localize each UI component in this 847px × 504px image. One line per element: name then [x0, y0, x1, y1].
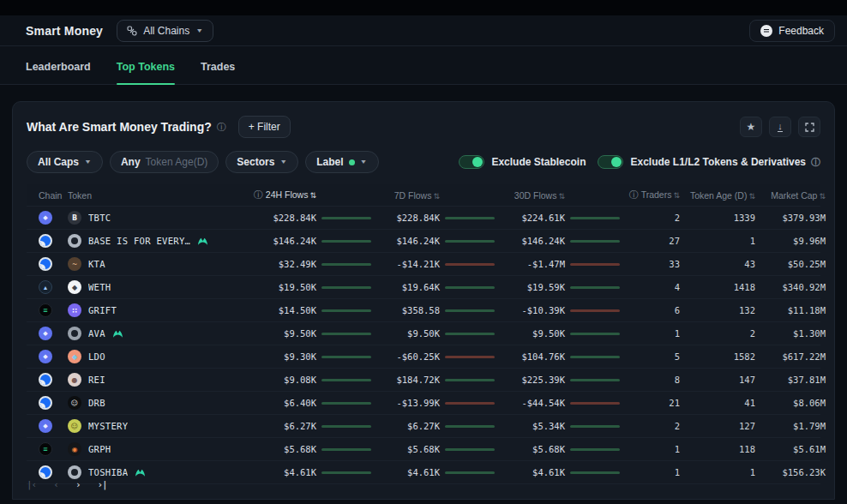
last-page-button[interactable]: ›|	[98, 479, 107, 490]
table-row[interactable]: BASE IS FOR EVERY… $146.24K $146.24K $14…	[27, 230, 820, 253]
flows-24h-bar	[321, 309, 371, 312]
feedback-button[interactable]: Feedback	[749, 20, 835, 42]
flows-30d-cell: $19.59K	[495, 282, 620, 292]
info-icon[interactable]: ⓘ	[217, 121, 226, 134]
table-row[interactable]: ◆ LDO $9.30K -$60.25K $104.76K 5 1582 $6…	[27, 345, 820, 369]
col-token[interactable]: Token	[68, 190, 251, 201]
flows-30d-value: $104.76K	[521, 351, 565, 362]
flows-7d-value: -$13.99K	[396, 398, 440, 408]
col-chain[interactable]: Chain	[27, 190, 68, 201]
col-7d-flows[interactable]: 7D Flows⇅	[371, 190, 495, 201]
token-name: TBTC	[88, 213, 111, 223]
flows-7d-bar	[445, 240, 495, 243]
table-row[interactable]: TOSHIBA $4.61K $4.61K $4.61K 1 1 $156.23…	[27, 461, 820, 484]
token-age-value: 147	[680, 375, 755, 385]
flows-30d-bar	[570, 309, 620, 312]
token-icon: ☺	[68, 419, 81, 433]
whale-tail-icon	[112, 329, 123, 339]
flows-24h-cell: $5.68K	[251, 444, 371, 454]
flows-7d-bar	[445, 379, 495, 381]
traders-value: 1	[620, 467, 680, 477]
pagination: |‹ ‹ › ›|	[27, 470, 107, 499]
table-row[interactable]: AVA $9.50K $9.50K $9.50K 1 2 $1.30M	[27, 322, 820, 345]
add-filter-button[interactable]: + Filter	[238, 116, 291, 138]
sort-icon: ⇅	[748, 192, 755, 201]
chevron-down-icon: ▼	[360, 159, 368, 165]
token-name: WETH	[88, 282, 111, 292]
flows-30d-cell: $146.24K	[495, 236, 620, 246]
flows-7d-cell: $5.68K	[371, 444, 495, 454]
market-cap-value: $50.25M	[755, 259, 826, 269]
flows-24h-value: $9.50K	[284, 328, 316, 339]
table-row[interactable]: ◆ WETH $19.50K $19.64K $19.59K 4 1418 $3…	[27, 276, 820, 299]
flows-30d-value: -$10.39K	[521, 305, 565, 315]
solana-chain-icon	[39, 303, 52, 317]
chevron-down-icon: ▼	[279, 159, 287, 165]
token-age-filter[interactable]: Any Token Age(D)	[110, 151, 219, 173]
prev-page-button[interactable]: ‹	[53, 479, 58, 490]
label-filter[interactable]: Label ▼	[305, 151, 378, 173]
tab-trades[interactable]: Trades	[201, 61, 235, 84]
token-age-value: 1582	[680, 351, 755, 362]
flows-7d-value: $146.24K	[396, 236, 440, 246]
table-row[interactable]: ● REI $9.08K $184.72K $225.39K 8 147 $37…	[27, 369, 820, 392]
table-row[interactable]: ☺ MYSTERY $6.27K $6.27K $5.34K 2 127 $1.…	[27, 415, 820, 438]
fullscreen-button[interactable]	[798, 117, 820, 137]
col-traders[interactable]: ⓘTraders⇅	[620, 189, 680, 201]
table-row[interactable]: ∷ GRIFT $14.50K $358.58 -$10.39K 6 132 $…	[27, 299, 820, 322]
exclude-stablecoin-toggle[interactable]	[459, 155, 484, 169]
token-age-value: 41	[680, 398, 755, 408]
table-row[interactable]: ~ KTA $32.49K -$14.21K -$1.47M 33 43 $50…	[27, 253, 820, 276]
flows-7d-cell: -$13.99K	[371, 398, 495, 408]
flows-7d-cell: $4.61K	[371, 467, 495, 477]
table-row[interactable]: ☺ DRB $6.40K -$13.99K -$44.54K 21 41 $8.…	[27, 392, 820, 415]
flows-30d-value: $225.39K	[521, 375, 565, 385]
flows-24h-cell: $9.50K	[251, 328, 371, 339]
flows-7d-value: $228.84K	[396, 213, 440, 223]
token-age-value: 1	[680, 467, 755, 477]
tab-top-tokens[interactable]: Top Tokens	[117, 61, 175, 84]
whale-tail-icon	[135, 468, 146, 477]
flows-24h-bar	[321, 263, 371, 266]
flows-7d-value: $184.72K	[396, 375, 440, 385]
sectors-filter[interactable]: Sectors ▼	[225, 151, 298, 173]
whale-tail-icon	[197, 237, 208, 246]
flows-7d-bar	[445, 356, 495, 358]
tokens-table: Chain Token ⓘ24H Flows⇅ 7D Flows⇅ 30D Fl…	[27, 184, 820, 484]
table-row[interactable]: ◉ GRPH $5.68K $5.68K $5.68K 1 118 $5.61M	[27, 438, 820, 461]
tab-leaderboard[interactable]: Leaderboard	[26, 61, 91, 84]
market-cap-filter[interactable]: All Caps ▼	[27, 151, 103, 173]
col-30d-flows[interactable]: 30D Flows⇅	[495, 190, 620, 201]
table-row[interactable]: B TBTC $228.84K $228.84K $224.61K 2 1339…	[27, 207, 820, 230]
market-cap-value: $9.96M	[755, 236, 826, 246]
token-icon	[68, 327, 81, 340]
col-token-age[interactable]: Token Age (D)⇅	[680, 190, 755, 201]
token-name: DRB	[88, 398, 105, 408]
chain-selector[interactable]: All Chains ▼	[117, 20, 213, 42]
token-icon: ◉	[68, 442, 81, 456]
sort-icon: ⇅	[673, 191, 680, 200]
flows-24h-bar	[321, 286, 371, 289]
ethereum-chain-icon	[39, 350, 52, 363]
col-24h-flows[interactable]: ⓘ24H Flows⇅	[251, 189, 371, 201]
exclude-l1l2-toggle[interactable]	[598, 155, 623, 169]
flows-24h-bar	[321, 471, 371, 474]
download-button[interactable]: ↓	[769, 117, 791, 137]
token-name: GRIFT	[88, 305, 117, 315]
info-icon[interactable]: ⓘ	[811, 156, 820, 169]
first-page-button[interactable]: |‹	[27, 479, 36, 490]
favorite-button[interactable]: ★	[740, 117, 762, 137]
traders-value: 33	[620, 259, 680, 269]
flows-24h-cell: $14.50K	[251, 305, 371, 315]
flows-7d-value: $19.64K	[402, 282, 440, 292]
flows-24h-value: $6.27K	[284, 421, 316, 431]
token-age-value: 1418	[680, 282, 755, 292]
col-market-cap[interactable]: Market Cap⇅	[755, 190, 826, 201]
next-page-button[interactable]: ›	[75, 479, 81, 490]
sort-icon: ⇅	[433, 192, 440, 201]
feedback-label: Feedback	[778, 25, 824, 37]
flows-30d-bar	[570, 356, 620, 358]
flows-24h-cell: $9.08K	[251, 375, 371, 385]
top-strip	[0, 0, 847, 15]
market-cap-value: $5.61M	[755, 444, 826, 454]
